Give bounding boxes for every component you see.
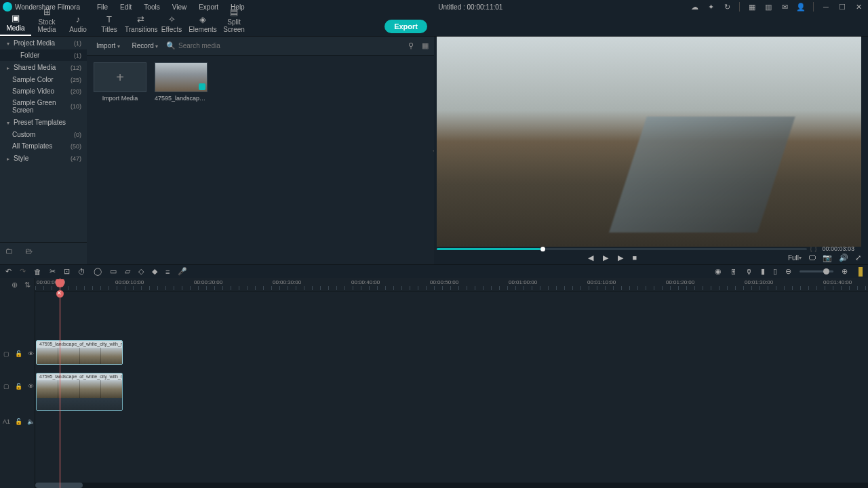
delete-button[interactable]: 🗑 <box>34 268 41 276</box>
crop-button[interactable]: ⊡ <box>64 267 70 276</box>
next-frame-button[interactable]: ▶ <box>618 253 623 262</box>
record-tl-icon[interactable]: ◉ <box>715 267 722 276</box>
menu-edit[interactable]: Edit <box>114 3 138 11</box>
account-icon[interactable]: 👤 <box>797 3 805 11</box>
volume-icon[interactable]: 🔊 <box>839 253 848 262</box>
menu-tools[interactable]: Tools <box>138 3 165 11</box>
marker-list-icon[interactable]: ▮ <box>761 267 765 276</box>
lock-v2[interactable]: 🔓 <box>15 350 22 357</box>
import-dropdown[interactable]: Import <box>92 41 124 51</box>
sidebar-item-folder[interactable]: Folder(1) <box>0 49 87 61</box>
marker-button[interactable]: ◆ <box>152 267 157 276</box>
track-manager-icon[interactable]: ▯ <box>773 267 777 276</box>
display-icon[interactable]: 🖵 <box>808 253 816 262</box>
timeline-ruler[interactable]: 00:00:00:00 00:00:10:00 00:00:20:00 00:0… <box>35 278 868 291</box>
speed-button[interactable]: ⏱ <box>78 268 85 276</box>
clip-thumbnail[interactable] <box>155 62 208 92</box>
sidebar-item-shared-media[interactable]: ▸Shared Media(12) <box>0 61 87 74</box>
undo-button[interactable]: ↶ <box>5 267 12 276</box>
plus-icon[interactable]: + <box>94 62 146 92</box>
sidebar-item-sample-green-screen[interactable]: Sample Green Screen(10) <box>0 97 87 116</box>
sidebar-item-all-templates[interactable]: All Templates(50) <box>0 140 87 152</box>
render-indicator <box>859 267 863 277</box>
mixer-icon[interactable]: 🎚 <box>730 268 737 276</box>
menu-view[interactable]: View <box>166 3 193 11</box>
green-screen-button[interactable]: ▭ <box>110 267 117 276</box>
media-icon: ▣ <box>0 13 31 23</box>
clip-v1[interactable]: 47595_landscape_of_white_city_with_river… <box>36 373 123 411</box>
keyframe-button[interactable]: ◇ <box>138 267 144 276</box>
tab-audio[interactable]: ♪Audio <box>62 14 94 36</box>
tab-elements[interactable]: ◈Elements <box>187 14 218 36</box>
search-media[interactable]: 🔍 <box>166 41 400 50</box>
title-bar: Wondershare Filmora File Edit Tools View… <box>0 0 868 14</box>
more-button[interactable]: ≡ <box>165 268 170 276</box>
tab-media[interactable]: ▣Media <box>0 13 31 36</box>
sidebar-item-preset-templates[interactable]: ▾Preset Templates <box>0 116 87 129</box>
zoom-out-icon[interactable]: ⊖ <box>785 267 791 276</box>
tab-effects[interactable]: ✧Effects <box>156 14 187 36</box>
cloud-icon[interactable]: ☁ <box>690 3 698 11</box>
elements-icon: ◈ <box>187 14 218 24</box>
mask-button[interactable]: ▱ <box>125 267 130 276</box>
search-input[interactable] <box>178 42 400 49</box>
sidebar-item-sample-video[interactable]: Sample Video(20) <box>0 85 87 97</box>
eye-v2[interactable]: 👁 <box>27 350 34 357</box>
media-clip-tile[interactable]: 47595_landscape_of_... <box>155 62 208 102</box>
track-options-icon[interactable]: ⇅ <box>24 281 31 289</box>
menu-file[interactable]: File <box>91 3 114 11</box>
view-grid-icon[interactable]: ▦ <box>422 41 429 50</box>
preview-scrubber[interactable] <box>437 248 807 250</box>
close-button[interactable]: ✕ <box>854 3 863 11</box>
workspace-tabs: ▣Media ⊞Stock Media ♪Audio TTitles ⇄Tran… <box>0 14 868 37</box>
import-media-tile[interactable]: + Import Media <box>94 62 146 102</box>
tab-transitions[interactable]: ⇄Transitions <box>125 14 156 36</box>
new-bin-icon[interactable]: 🗀 <box>5 247 13 255</box>
settings-expand-icon[interactable]: ⤢ <box>855 253 861 262</box>
split-icon: ▤ <box>218 7 250 17</box>
grid-icon[interactable]: ▥ <box>764 3 772 11</box>
mic-icon[interactable]: 🎙 <box>745 268 753 276</box>
play-button[interactable]: ▶ <box>603 253 608 262</box>
playhead[interactable]: ✕ <box>60 278 60 488</box>
clip-v2[interactable]: 47595_landscape_of_white_city_with_river… <box>36 340 123 365</box>
minimize-button[interactable]: ─ <box>822 3 830 11</box>
maximize-button[interactable]: ☐ <box>838 3 846 11</box>
stop-button[interactable]: ■ <box>633 253 637 262</box>
mute-v2[interactable]: ▢ <box>3 350 9 357</box>
tab-split-screen[interactable]: ▤Split Screen <box>218 7 250 36</box>
snapshot-icon[interactable]: 📷 <box>823 253 832 262</box>
search-icon: 🔍 <box>166 41 176 50</box>
export-button[interactable]: Export <box>384 20 427 33</box>
preview-viewport[interactable] <box>437 37 861 247</box>
eye-v1[interactable]: 👁 <box>27 383 34 390</box>
lock-a1[interactable]: 🔓 <box>15 418 22 425</box>
quality-dropdown[interactable]: Full <box>788 254 802 262</box>
zoom-in-icon[interactable]: ⊕ <box>842 267 848 276</box>
tab-titles[interactable]: TTitles <box>94 14 125 36</box>
media-sidebar: ▾Project Media(1) Folder(1) ▸Shared Medi… <box>0 37 87 264</box>
lock-v1[interactable]: 🔓 <box>15 383 22 390</box>
mute-a1[interactable]: 🔈 <box>27 418 34 425</box>
timeline-hscroll[interactable] <box>35 483 868 488</box>
filter-icon[interactable]: ⚲ <box>408 41 414 50</box>
mail-icon[interactable]: ✉ <box>781 3 789 11</box>
split-button[interactable]: ✂ <box>50 267 56 276</box>
sidebar-item-sample-color[interactable]: Sample Color(25) <box>0 74 87 85</box>
color-button[interactable]: ◯ <box>94 267 102 276</box>
window-title: Untitled : 00:00:11:01 <box>251 3 690 11</box>
zoom-slider[interactable] <box>800 270 833 272</box>
sidebar-item-project-media[interactable]: ▾Project Media(1) <box>0 37 87 49</box>
mute-v1[interactable]: ▢ <box>3 383 9 390</box>
new-folder-icon[interactable]: 🗁 <box>25 247 33 255</box>
tab-stock-media[interactable]: ⊞Stock Media <box>31 7 62 36</box>
gutter-v2: ▢🔓👁 <box>0 340 35 367</box>
layout-icon[interactable]: ▦ <box>748 3 756 11</box>
sidebar-item-custom[interactable]: Custom(0) <box>0 129 87 140</box>
refresh-icon[interactable]: ↻ <box>723 3 731 11</box>
track-add-icon[interactable]: ⊕ <box>12 281 18 289</box>
sidebar-item-style[interactable]: ▸Style(47) <box>0 152 87 165</box>
sparkle-icon[interactable]: ✦ <box>707 3 715 11</box>
prev-frame-button[interactable]: ◀ <box>588 253 593 262</box>
record-dropdown[interactable]: Record <box>128 41 162 51</box>
